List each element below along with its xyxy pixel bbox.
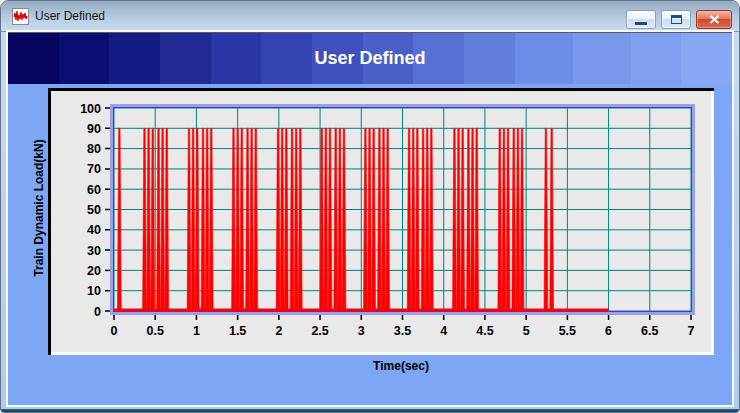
x-tick-label: 3 bbox=[358, 324, 365, 338]
chart-title-banner: User Defined bbox=[8, 32, 732, 84]
y-tick-label: 40 bbox=[87, 223, 101, 237]
minimize-icon bbox=[635, 22, 647, 25]
load-time-history-plot: 010203040506070809010000.511.522.533.544… bbox=[48, 88, 714, 355]
x-tick-label: 2 bbox=[275, 324, 282, 338]
window-title: User Defined bbox=[35, 9, 105, 23]
x-tick-label: 6 bbox=[605, 324, 612, 338]
y-tick-label: 20 bbox=[87, 264, 101, 278]
y-tick-label: 100 bbox=[80, 102, 101, 116]
y-tick-label: 60 bbox=[87, 183, 101, 197]
maximize-button[interactable] bbox=[661, 10, 691, 29]
x-tick-label: 0 bbox=[111, 324, 118, 338]
x-axis-title: Time(sec) bbox=[373, 359, 429, 373]
x-tick-label: 1 bbox=[193, 324, 200, 338]
y-tick-label: 70 bbox=[87, 162, 101, 176]
panel-frame-bottom bbox=[48, 352, 714, 355]
x-tick-label: 4.5 bbox=[476, 324, 493, 338]
x-tick-label: 5.5 bbox=[559, 324, 576, 338]
y-tick-label: 10 bbox=[87, 284, 101, 298]
page-title: User Defined bbox=[314, 48, 425, 69]
x-tick-label: 0.5 bbox=[147, 324, 164, 338]
panel-frame-left bbox=[48, 88, 51, 355]
waveform-icon bbox=[12, 8, 29, 25]
minimize-button[interactable] bbox=[626, 10, 656, 29]
y-tick-label: 30 bbox=[87, 244, 101, 258]
close-icon bbox=[709, 15, 720, 24]
x-tick-label: 5 bbox=[523, 324, 530, 338]
y-tick-label: 50 bbox=[87, 203, 101, 217]
chart-panel: 010203040506070809010000.511.522.533.544… bbox=[48, 88, 714, 355]
window-controls bbox=[626, 10, 732, 29]
y-tick-label: 80 bbox=[87, 142, 101, 156]
titlebar[interactable]: User Defined bbox=[1, 1, 739, 32]
x-tick-label: 7 bbox=[688, 324, 695, 338]
close-button[interactable] bbox=[696, 10, 732, 29]
user-defined-window: User Defined User Defined Train Dynamic … bbox=[0, 0, 740, 413]
x-tick-label: 2.5 bbox=[311, 324, 328, 338]
y-axis-title: Train Dynamic Load(kN) bbox=[32, 139, 46, 276]
window-body: User Defined Train Dynamic Load(kN) 0102… bbox=[8, 32, 732, 405]
x-tick-label: 3.5 bbox=[394, 324, 411, 338]
panel-frame-top bbox=[48, 88, 714, 91]
x-tick-label: 6.5 bbox=[641, 324, 658, 338]
y-tick-label: 90 bbox=[87, 122, 101, 136]
x-tick-label: 1.5 bbox=[229, 324, 246, 338]
panel-frame-right bbox=[711, 88, 714, 355]
maximize-icon bbox=[671, 15, 682, 24]
y-tick-label: 0 bbox=[94, 305, 101, 319]
x-tick-label: 4 bbox=[440, 324, 447, 338]
